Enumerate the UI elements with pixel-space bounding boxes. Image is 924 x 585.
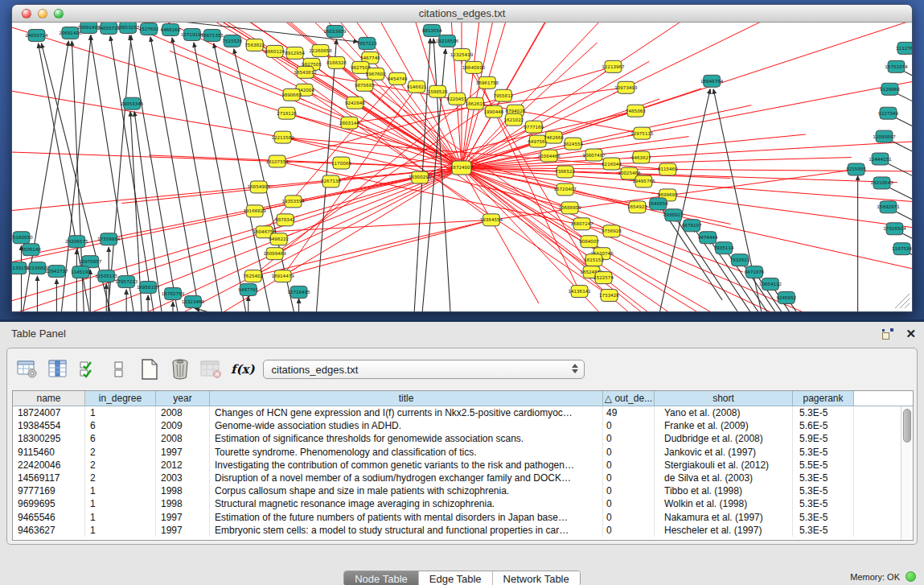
graph-node-8912954[interactable]: 8912954	[285, 47, 305, 59]
graph-node-9487791[interactable]: 9487791	[238, 284, 258, 296]
graph-node-19495766[interactable]: 19495766	[632, 175, 655, 187]
graph-node-12213967[interactable]: 12213967	[602, 60, 625, 72]
graph-node-8454749[interactable]: 8454749	[388, 72, 408, 84]
column-header-pagerank[interactable]: pagerank	[793, 391, 854, 406]
table-selector-combobox[interactable]: citations_edges.txt	[263, 360, 585, 379]
vertical-scrollbar[interactable]	[901, 406, 913, 540]
graph-node-1112766[interactable]: 1112766	[896, 42, 913, 54]
table-row[interactable]: 946554611997Estimation of the future num…	[13, 511, 913, 524]
graph-node-19384554[interactable]: 19384554	[480, 214, 503, 226]
graph-node-19218506[interactable]: 19218506	[436, 35, 459, 47]
graph-node-12942737[interactable]: 12942737	[45, 266, 68, 278]
graph-node-12323468[interactable]: 12323468	[182, 296, 205, 308]
window-resize-grip[interactable]	[892, 290, 911, 310]
graph-node-3824554[interactable]: 3824554	[563, 138, 583, 150]
graph-node-20364486[interactable]: 20364486	[537, 150, 561, 162]
scrollbar-thumb[interactable]	[903, 409, 911, 443]
graph-node-7625402[interactable]: 7625402	[243, 270, 263, 282]
graph-node-1615152[interactable]: 1615152	[584, 254, 604, 266]
graph-node-20206575[interactable]: 20206575	[65, 236, 88, 248]
graph-node-16914479[interactable]: 16914479	[271, 270, 294, 282]
graph-node-7485063[interactable]: 7485063	[626, 105, 646, 117]
table-row[interactable]: 1938455462009Genome-wide association stu…	[13, 419, 913, 432]
graph-node-2803144[interactable]: 2803144	[339, 117, 359, 129]
graph-node-2967608[interactable]: 2967608	[366, 68, 386, 80]
graph-node-9242848[interactable]: 9242848	[345, 97, 365, 109]
graph-node-17016504[interactable]: 17016504	[883, 223, 906, 235]
graph-node-9227349[interactable]: 9227349	[878, 107, 898, 119]
column-header-in_degree[interactable]: in_degree	[85, 391, 156, 406]
graph-node-24055724[interactable]: 24055724	[25, 29, 48, 41]
graph-node-9245652[interactable]: 9245652	[776, 292, 796, 304]
table-row[interactable]: 1456911722003Disruption of a novel membe…	[13, 472, 913, 484]
graph-node-8938923[interactable]: 8938923	[663, 209, 684, 221]
column-header-short[interactable]: short	[655, 391, 793, 406]
graph-node-1145193[interactable]: 1145193	[71, 266, 91, 278]
tab-edge-table[interactable]: Edge Table	[419, 571, 493, 585]
table-row[interactable]: 946362711997Embryonic stem cells: a mode…	[13, 524, 913, 537]
graph-node-15716485[interactable]: 15716485	[287, 286, 310, 299]
graph-node-15720407[interactable]: 15720407	[553, 183, 577, 196]
column-header-title[interactable]: title	[210, 391, 603, 406]
graph-node-2718126[interactable]: 2718126	[277, 107, 297, 119]
graph-node-9498222[interactable]: 9498222	[269, 233, 289, 245]
table-row[interactable]: 969969511998Structural magnetic resonanc…	[13, 497, 913, 510]
graph-node-18107554[interactable]: 18107554	[265, 155, 289, 167]
graph-node-8216044[interactable]: 8216044	[602, 158, 622, 170]
table-row[interactable]: 911546021997Tourette syndrome. Phenomeno…	[13, 446, 913, 459]
graph-node-15751074[interactable]: 15751074	[885, 60, 908, 72]
graph-node-9890663[interactable]: 9890663	[281, 89, 302, 101]
graph-node-16958107[interactable]: 16958107	[137, 282, 160, 294]
graph-node-8813054[interactable]: 8813054	[422, 24, 442, 36]
graph-node-16807247[interactable]: 16807247	[570, 218, 593, 230]
graph-node-12444151[interactable]: 12444151	[869, 153, 892, 165]
graph-node-16671355[interactable]: 16671355	[201, 29, 224, 41]
graph-node-9146821[interactable]: 9146821	[407, 80, 427, 93]
function-builder-icon[interactable]: f(x)	[231, 362, 255, 377]
graph-node-10853257[interactable]: 10853257	[117, 23, 140, 33]
graph-node-7386522[interactable]: 7386522	[555, 166, 575, 178]
graph-node-1862615[interactable]: 1862615	[466, 97, 486, 109]
graph-node-7955812[interactable]: 7955812	[493, 89, 513, 101]
graph-node-12093887[interactable]: 12093887	[873, 130, 896, 142]
graph-node-16848784[interactable]: 16848784	[700, 75, 724, 87]
graph-node-19353594[interactable]: 19353594	[281, 196, 305, 208]
graph-node-16854905[interactable]: 16854905	[248, 181, 271, 193]
graph-node-7462666[interactable]: 7462666	[544, 131, 564, 143]
graph-node-9463627[interactable]: 9463627	[631, 151, 651, 163]
graph-node-16099489[interactable]: 16099489	[263, 248, 286, 260]
graph-node-18724007[interactable]: 18724007	[450, 161, 474, 175]
memory-status-indicator[interactable]	[906, 571, 916, 582]
graph-node-16033809[interactable]: 16033809	[323, 25, 347, 37]
graph-node-9115460[interactable]: 9115460	[658, 163, 678, 175]
graph-node-10654112[interactable]: 10654112	[759, 278, 782, 290]
graph-node-7563822[interactable]: 7563822	[244, 39, 265, 51]
graph-node-1753426[interactable]: 1753426	[599, 290, 619, 302]
graph-node-7515526[interactable]: 7515526	[222, 35, 242, 47]
graph-node-1170066[interactable]: 1170066	[331, 157, 351, 169]
table-row[interactable]: 2242004622012Investigating the contribut…	[13, 459, 913, 472]
column-header-name[interactable]: name	[13, 391, 85, 406]
graph-node-9084007[interactable]: 9084007	[579, 236, 599, 248]
float-panel-icon[interactable]	[882, 328, 893, 340]
graph-node-18640910[interactable]: 18640910	[462, 61, 486, 73]
graph-node-29053346[interactable]: 29053346	[121, 97, 144, 109]
graph-node-9777169[interactable]: 9777169	[524, 121, 544, 133]
graph-node-12325419[interactable]: 12325419	[450, 48, 474, 60]
graph-node-7932621[interactable]: 7932621	[730, 254, 750, 266]
graph-node-6466160[interactable]: 6466160	[161, 23, 181, 35]
graph-node-17957223[interactable]: 17957223	[115, 276, 138, 288]
graph-node-8860124[interactable]: 8860124	[265, 45, 285, 57]
graph-node-9756928[interactable]: 9756928	[602, 225, 622, 237]
select-rows-icon[interactable]	[76, 357, 101, 381]
graph-node-1167534[interactable]: 1167534	[892, 243, 912, 255]
graph-node-17359934[interactable]: 17359934	[97, 233, 121, 245]
column-header-out_de[interactable]: △ out_de...	[603, 391, 655, 406]
close-panel-icon[interactable]: ✕	[906, 327, 916, 341]
graph-node-16782759[interactable]: 16782759	[162, 288, 185, 300]
graph-node-8215955[interactable]: 8215955	[846, 163, 866, 175]
graph-node-8506148[interactable]: 8506148	[21, 244, 41, 256]
graph-node-16543812[interactable]: 16543812	[294, 66, 316, 78]
table-row[interactable]: 1872400712008Changes of HCN gene express…	[13, 406, 913, 419]
graph-node-22260858[interactable]: 22260858	[309, 44, 332, 56]
